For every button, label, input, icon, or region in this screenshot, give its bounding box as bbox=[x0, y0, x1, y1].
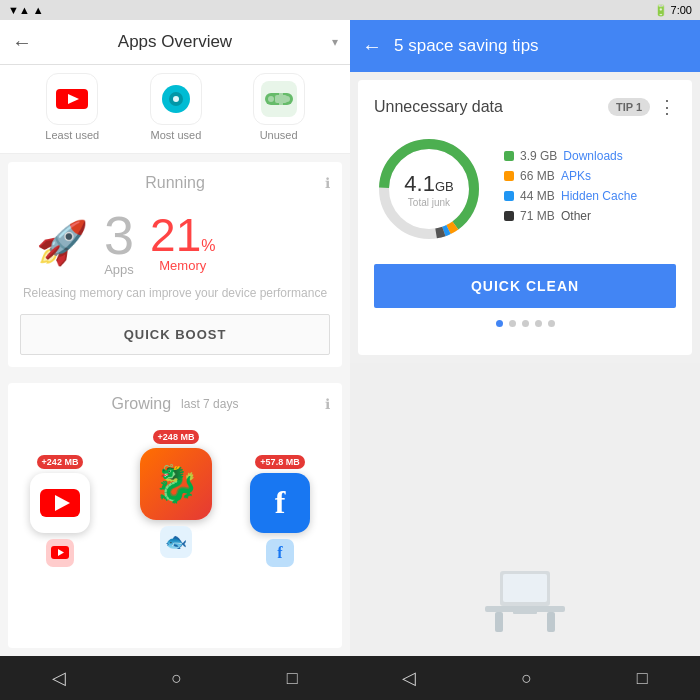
dot-4 bbox=[535, 320, 542, 327]
running-stats: 🚀 3 Apps 21 % Memory bbox=[20, 208, 330, 277]
status-bar-left: ▼▲ ▲ bbox=[8, 4, 44, 16]
right-nav: ◁ ○ □ bbox=[350, 656, 700, 700]
tip-badge: TIP 1 bbox=[608, 98, 650, 116]
recent-nav-button-2[interactable]: □ bbox=[621, 660, 664, 697]
donut-chart: 4.1 GB Total junk bbox=[374, 134, 484, 244]
right-panel-header: ← 5 space saving tips bbox=[350, 20, 700, 72]
most-used-icon bbox=[150, 73, 202, 125]
rocket-icon: 🚀 bbox=[36, 222, 88, 264]
status-bar-right: 🔋 7:00 bbox=[654, 4, 692, 17]
dragon-badge: +248 MB bbox=[153, 430, 200, 444]
main-layout: ← Apps Overview ▾ Least used bbox=[0, 20, 700, 656]
home-nav-button-2[interactable]: ○ bbox=[505, 660, 548, 697]
running-info-icon[interactable]: ℹ bbox=[325, 175, 330, 191]
dot-5 bbox=[548, 320, 555, 327]
other-name: Other bbox=[561, 209, 591, 223]
donut-label: 4.1 GB Total junk bbox=[404, 171, 453, 208]
hidden-name: Hidden Cache bbox=[561, 189, 637, 203]
memory-number: 21 bbox=[150, 212, 201, 258]
hidden-dot bbox=[504, 191, 514, 201]
donut-size-row: 4.1 GB bbox=[404, 171, 453, 197]
tip-badge-area: TIP 1 ⋮ bbox=[608, 96, 676, 118]
battery-icon: 🔋 bbox=[654, 4, 668, 17]
growing-title: Growing bbox=[112, 395, 172, 413]
svg-rect-24 bbox=[547, 612, 555, 632]
wifi-icon: ▲ bbox=[33, 4, 44, 16]
svg-point-9 bbox=[268, 96, 274, 102]
clean-illustration bbox=[350, 363, 700, 656]
unused-icon bbox=[253, 73, 305, 125]
home-nav-button[interactable]: ○ bbox=[155, 660, 198, 697]
clock: 7:00 bbox=[671, 4, 692, 16]
dropdown-arrow[interactable]: ▾ bbox=[332, 35, 338, 49]
facebook-icon: f bbox=[250, 473, 310, 533]
back-nav-button[interactable]: ◁ bbox=[36, 659, 82, 697]
junk-content: 4.1 GB Total junk 3.9 GB Downloads bbox=[374, 134, 676, 244]
facebook-small-icon: f bbox=[266, 539, 294, 567]
least-used-label: Least used bbox=[45, 129, 99, 141]
dragon-icon: 🐉 bbox=[140, 448, 212, 520]
apks-dot bbox=[504, 171, 514, 181]
growing-info-icon[interactable]: ℹ bbox=[325, 396, 330, 412]
growing-app-youtube[interactable]: +242 MB bbox=[30, 455, 90, 567]
apps-stat: 3 Apps bbox=[104, 208, 134, 277]
growing-apps-container: +242 MB bbox=[20, 425, 330, 575]
cleaning-svg bbox=[465, 556, 585, 636]
downloads-name: Downloads bbox=[563, 149, 622, 163]
quick-boost-button[interactable]: QUICK BOOST bbox=[20, 314, 330, 355]
youtube-small-icon bbox=[46, 539, 74, 567]
left-panel-header: ← Apps Overview ▾ bbox=[0, 20, 350, 65]
donut-size: 4.1 bbox=[404, 171, 435, 197]
growing-app-facebook[interactable]: +57.8 MB f f bbox=[250, 455, 310, 567]
youtube-badge: +242 MB bbox=[37, 455, 84, 469]
dot-1 bbox=[496, 320, 503, 327]
running-description: Releasing memory can improve your device… bbox=[20, 285, 330, 302]
signal-icon: ▼▲ bbox=[8, 4, 30, 16]
memory-label: Memory bbox=[159, 258, 206, 273]
least-used-icon bbox=[46, 73, 98, 125]
svg-rect-28 bbox=[513, 611, 537, 614]
tip-more-button[interactable]: ⋮ bbox=[658, 96, 676, 118]
dot-2 bbox=[509, 320, 516, 327]
growing-header: Growing last 7 days ℹ bbox=[20, 395, 330, 413]
bottom-nav: ◁ ○ □ ◁ ○ □ bbox=[0, 656, 700, 700]
back-nav-button-2[interactable]: ◁ bbox=[386, 659, 432, 697]
memory-stat: 21 % Memory bbox=[150, 212, 215, 273]
junk-row-other: 71 MB Other bbox=[504, 209, 676, 223]
growing-section: Growing last 7 days ℹ +242 MB bbox=[8, 383, 342, 648]
right-panel: ← 5 space saving tips Unnecessary data T… bbox=[350, 20, 700, 656]
facebook-badge: +57.8 MB bbox=[255, 455, 304, 469]
recent-nav-button[interactable]: □ bbox=[271, 660, 314, 697]
junk-row-apks: 66 MB APKs bbox=[504, 169, 676, 183]
least-used-item[interactable]: Least used bbox=[45, 73, 99, 141]
most-used-item[interactable]: Most used bbox=[150, 73, 202, 141]
dot-3 bbox=[522, 320, 529, 327]
junk-row-hidden: 44 MB Hidden Cache bbox=[504, 189, 676, 203]
tip-title: Unnecessary data bbox=[374, 98, 503, 116]
growing-app-dragon[interactable]: +248 MB 🐉 🐟 bbox=[140, 430, 212, 558]
tip-card: Unnecessary data TIP 1 ⋮ bbox=[358, 80, 692, 355]
apps-label: Apps bbox=[104, 262, 134, 277]
memory-percent: % bbox=[201, 237, 215, 255]
quick-clean-button[interactable]: QUICK CLEAN bbox=[374, 264, 676, 308]
back-button[interactable]: ← bbox=[12, 31, 32, 54]
running-title: Running bbox=[145, 174, 205, 192]
most-used-label: Most used bbox=[151, 129, 202, 141]
apks-name: APKs bbox=[561, 169, 591, 183]
svg-rect-23 bbox=[495, 612, 503, 632]
memory-number-row: 21 % bbox=[150, 212, 215, 258]
right-panel-title: 5 space saving tips bbox=[394, 36, 688, 56]
unused-item[interactable]: Unused bbox=[253, 73, 305, 141]
svg-rect-12 bbox=[275, 95, 287, 103]
app-icons-row: Least used Most used bbox=[0, 65, 350, 154]
running-header: Running ℹ bbox=[20, 174, 330, 192]
downloads-size: 3.9 GB bbox=[520, 149, 557, 163]
status-bar: ▼▲ ▲ 🔋 7:00 bbox=[0, 0, 700, 20]
svg-rect-26 bbox=[503, 574, 547, 602]
youtube-icon bbox=[30, 473, 90, 533]
hidden-size: 44 MB bbox=[520, 189, 555, 203]
junk-details: 3.9 GB Downloads 66 MB APKs 44 MB Hidden… bbox=[504, 149, 676, 229]
right-back-button[interactable]: ← bbox=[362, 35, 382, 58]
dots-indicator bbox=[374, 320, 676, 327]
page-title: Apps Overview bbox=[118, 32, 232, 52]
